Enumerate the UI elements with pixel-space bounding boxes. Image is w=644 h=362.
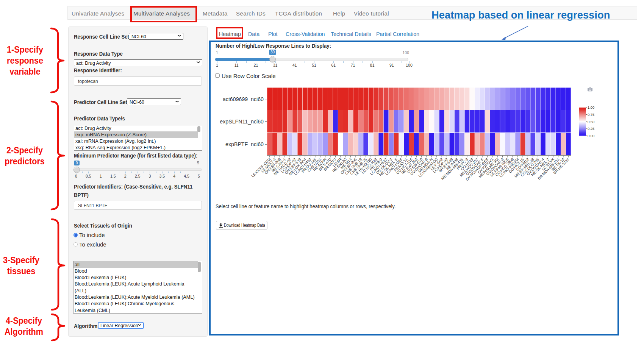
svg-text:expBPTF_nci60: expBPTF_nci60 xyxy=(225,141,264,147)
svg-text:0.50: 0.50 xyxy=(588,120,594,124)
svg-text:0.25: 0.25 xyxy=(588,126,594,131)
svg-text:0.00: 0.00 xyxy=(588,134,594,138)
svg-text:1.00: 1.00 xyxy=(588,105,594,109)
svg-text:expSLFN11_nci60: expSLFN11_nci60 xyxy=(220,119,264,125)
svg-text:act609699_nci60: act609699_nci60 xyxy=(223,96,264,102)
svg-text:0.75: 0.75 xyxy=(588,112,594,117)
